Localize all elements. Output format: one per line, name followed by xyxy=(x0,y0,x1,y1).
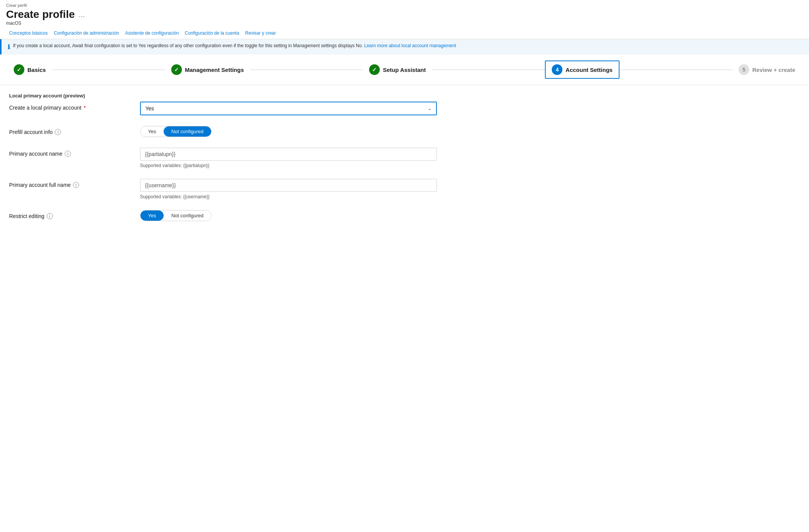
label-full-name: Primary account full name i xyxy=(9,179,131,188)
label-restrict-editing: Restrict editing i xyxy=(9,210,131,219)
wizard-step-account[interactable]: 4 Account Settings xyxy=(545,61,619,79)
step-circle-basics: ✓ xyxy=(14,64,24,75)
step-sep-2 xyxy=(250,70,363,70)
step-nav-management[interactable]: Configuración de administración xyxy=(51,29,122,37)
info-circle-prefill[interactable]: i xyxy=(55,129,61,135)
step-sep-4 xyxy=(619,70,733,70)
step-label-management: Management Settings xyxy=(185,67,244,73)
dropdown-create-local[interactable]: Yes ⌄ xyxy=(140,102,437,115)
form-row-account-name: Primary account name i Supported variabl… xyxy=(9,148,800,168)
step-nav: Conceptos básicos Configuración de admin… xyxy=(0,27,809,39)
supported-vars-account-name: Supported variables: {{partialupn}} xyxy=(140,163,800,168)
label-account-name: Primary account name i xyxy=(9,148,131,157)
info-banner: ℹ If you create a local account, Await f… xyxy=(0,39,809,54)
step-label-basics: Basics xyxy=(27,67,46,73)
wizard-step-review[interactable]: 5 Review + create xyxy=(733,61,801,78)
chevron-down-icon: ⌄ xyxy=(428,106,432,111)
required-star: * xyxy=(84,105,86,111)
control-full-name: Supported variables: {{username}} xyxy=(140,179,800,199)
info-circle-restrict-editing[interactable]: i xyxy=(47,213,53,219)
info-text: If you create a local account, Await fin… xyxy=(13,43,456,48)
step-nav-basics[interactable]: Conceptos básicos xyxy=(6,29,51,37)
supported-vars-full-name: Supported variables: {{username}} xyxy=(140,194,800,199)
form-row-create-local: Create a local primary account * Yes ⌄ xyxy=(9,102,800,115)
input-full-name[interactable] xyxy=(140,179,437,192)
wizard-steps: ✓ Basics ✓ Management Settings ✓ Setup A… xyxy=(0,54,809,85)
step-sep-1 xyxy=(52,70,165,70)
control-prefill: Yes Not configured xyxy=(140,126,800,137)
step-nav-review[interactable]: Revisar y crear xyxy=(242,29,279,37)
section-title: Local primary account (preview) xyxy=(9,93,800,99)
page-wrapper: Crear perfil Create profile ... macOS Co… xyxy=(0,0,809,532)
wizard-step-setup[interactable]: ✓ Setup Assistant xyxy=(363,61,432,78)
info-banner-link[interactable]: Learn more about local account managemen… xyxy=(364,43,456,48)
wizard-step-management[interactable]: ✓ Management Settings xyxy=(165,61,250,78)
toggle-prefill: Yes Not configured xyxy=(140,126,212,137)
form-row-restrict-editing: Restrict editing i Yes Not configured xyxy=(9,210,800,221)
step-nav-setup[interactable]: Asistente de configuración xyxy=(122,29,182,37)
label-prefill: Prefill account info i xyxy=(9,126,131,135)
step-sep-3 xyxy=(432,70,545,70)
toggle-prefill-yes[interactable]: Yes xyxy=(140,126,164,137)
step-label-review: Review + create xyxy=(752,67,795,73)
form-row-prefill: Prefill account info i Yes Not configure… xyxy=(9,126,800,137)
toggle-restrict-not-configured[interactable]: Not configured xyxy=(164,210,211,221)
wizard-step-basics[interactable]: ✓ Basics xyxy=(8,61,52,78)
control-account-name: Supported variables: {{partialupn}} xyxy=(140,148,800,168)
toggle-restrict-yes[interactable]: Yes xyxy=(140,210,164,221)
info-icon: ℹ xyxy=(8,43,10,51)
step-circle-review: 5 xyxy=(739,64,749,75)
label-create-local: Create a local primary account * xyxy=(9,102,131,111)
step-label-setup: Setup Assistant xyxy=(383,67,426,73)
breadcrumb: Crear perfil xyxy=(6,3,803,8)
toggle-restrict-editing: Yes Not configured xyxy=(140,210,212,221)
input-account-name[interactable] xyxy=(140,148,437,161)
info-banner-text: If you create a local account, Await fin… xyxy=(13,43,363,48)
step-circle-account: 4 xyxy=(552,64,562,75)
toggle-prefill-not-configured[interactable]: Not configured xyxy=(164,126,211,137)
control-create-local: Yes ⌄ xyxy=(140,102,800,115)
step-circle-management: ✓ xyxy=(171,64,182,75)
main-content: Local primary account (preview) Create a… xyxy=(0,85,809,239)
step-label-account: Account Settings xyxy=(565,67,612,73)
top-bar: Crear perfil Create profile ... macOS xyxy=(0,0,809,26)
step-circle-setup: ✓ xyxy=(369,64,380,75)
dropdown-value: Yes xyxy=(145,105,154,111)
os-label: macOS xyxy=(6,21,803,26)
control-restrict-editing: Yes Not configured xyxy=(140,210,800,221)
page-title-ellipsis: ... xyxy=(79,10,85,19)
form-row-full-name: Primary account full name i Supported va… xyxy=(9,179,800,199)
info-circle-full-name[interactable]: i xyxy=(73,182,79,188)
info-circle-account-name[interactable]: i xyxy=(65,151,71,157)
step-nav-account[interactable]: Configuración de la cuenta xyxy=(182,29,242,37)
page-title: Create profile xyxy=(6,8,75,21)
